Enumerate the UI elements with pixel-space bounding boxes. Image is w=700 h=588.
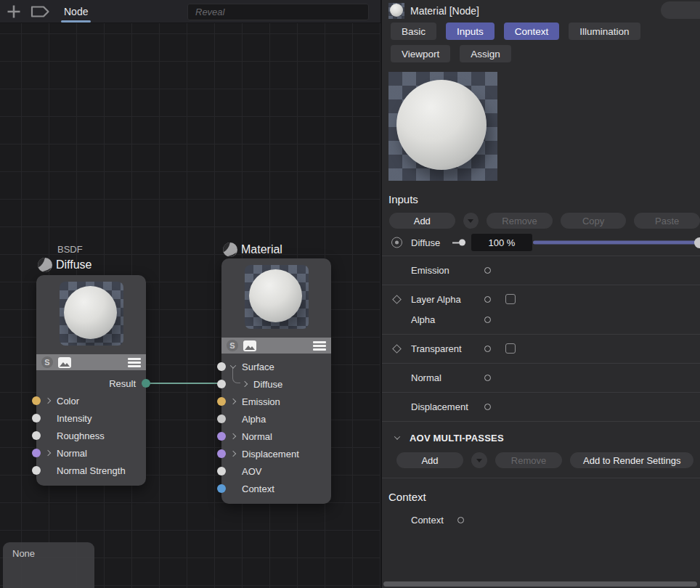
paste-button[interactable]: Paste (634, 213, 700, 229)
bsdf-node-caption: BSDF Diffuse (36, 243, 92, 274)
preview-image-icon[interactable] (243, 340, 256, 351)
input-port-dot[interactable] (32, 414, 41, 422)
alpha-label: Alpha (411, 314, 435, 325)
node-editor-canvas[interactable]: Node BSDF Diffuse S (0, 0, 380, 588)
hamburger-menu-icon[interactable] (313, 341, 326, 351)
tab-viewport[interactable]: Viewport (391, 45, 450, 62)
horizontal-scrollbar[interactable] (383, 581, 697, 587)
port-circle-icon[interactable] (484, 404, 491, 410)
port-circle-icon[interactable] (484, 267, 491, 274)
solo-icon[interactable]: S (41, 356, 53, 368)
tab-illumination[interactable]: Illumination (569, 23, 640, 40)
input-port-dot[interactable] (217, 397, 226, 406)
tab-inputs[interactable]: Inputs (446, 23, 495, 40)
tab-assign[interactable]: Assign (460, 45, 511, 62)
chevron-right-icon[interactable] (230, 399, 236, 404)
port-circle-icon[interactable] (484, 317, 491, 323)
panel-header: Material [Node] (382, 0, 700, 20)
chevron-right-icon[interactable] (242, 381, 248, 387)
port-label: Surface (242, 362, 274, 372)
connection-wire[interactable] (147, 383, 223, 384)
inputs-section-heading: Inputs (382, 190, 700, 208)
input-port-dot[interactable] (217, 362, 226, 371)
material-preview-image (388, 72, 497, 181)
chevron-right-icon[interactable] (45, 450, 51, 456)
tag-shape-icon[interactable] (29, 4, 51, 20)
chevron-right-icon[interactable] (230, 433, 236, 439)
aov-button-row: Add Remove Add to Render Settings (382, 452, 700, 478)
port-circle-icon[interactable] (484, 346, 491, 352)
tab-node[interactable]: Node (61, 0, 91, 23)
add-node-icon[interactable] (6, 4, 22, 20)
normal-row: Normal (382, 367, 700, 388)
slider-handle[interactable] (694, 237, 700, 248)
input-port-dot[interactable] (217, 484, 226, 493)
port-label: Normal (57, 448, 87, 459)
port-label: Emission (242, 396, 280, 407)
chevron-right-icon[interactable] (230, 451, 236, 457)
solo-icon[interactable]: S (227, 340, 238, 351)
material-node-title[interactable]: Material (241, 243, 282, 256)
port-row-normal: Normal (221, 428, 331, 445)
layer-alpha-label: Layer Alpha (411, 294, 461, 305)
input-port-dot[interactable] (32, 431, 41, 440)
hamburger-menu-icon[interactable] (128, 358, 141, 367)
alpha-row: Alpha (382, 309, 700, 330)
port-row-normal: Normal (36, 444, 146, 462)
emission-row: Emission (382, 260, 700, 280)
aov-add-button[interactable]: Add (396, 452, 463, 468)
bsdf-diffuse-node[interactable]: S Result Color Intensity (36, 275, 146, 486)
node-sphere-icon (36, 256, 54, 274)
add-to-render-settings-button[interactable]: Add to Render Settings (570, 452, 693, 468)
chevron-down-icon (394, 433, 400, 439)
chevron-right-icon[interactable] (45, 398, 51, 404)
input-port-dot[interactable] (217, 467, 226, 475)
port-circle-icon[interactable] (457, 517, 464, 523)
bsdf-ports: Result Color Intensity Roughness (36, 370, 146, 485)
diffuse-input-row: Diffuse 100 % (382, 229, 700, 256)
material-ports: Surface Diffuse Emission Alpha (221, 354, 331, 503)
alpha-group: Layer Alpha Alpha (382, 285, 700, 335)
remove-button[interactable]: Remove (487, 213, 553, 229)
transparent-checkbox[interactable] (505, 343, 516, 354)
input-port-dot-connected[interactable] (217, 380, 226, 388)
copy-button[interactable]: Copy (561, 213, 627, 229)
port-circle-icon[interactable] (484, 375, 491, 381)
aov-remove-button[interactable]: Remove (495, 452, 562, 468)
port-row-aov: AOV (221, 462, 331, 480)
connected-port-icon[interactable] (452, 240, 465, 246)
diffuse-slider[interactable] (533, 241, 700, 245)
diamond-icon[interactable] (392, 344, 402, 354)
input-port-dot[interactable] (32, 449, 41, 457)
eye-visibility-icon[interactable] (391, 237, 402, 248)
input-port-dot[interactable] (217, 415, 226, 423)
diffuse-value-field[interactable]: 100 % (471, 234, 532, 251)
port-circle-icon[interactable] (484, 296, 491, 303)
diffuse-label: Diffuse (411, 237, 440, 248)
bsdf-node-bar: S (36, 354, 146, 370)
reveal-search-input[interactable] (187, 4, 369, 20)
material-node-preview (245, 265, 309, 329)
bsdf-node-title[interactable]: Diffuse (56, 258, 92, 271)
preview-image-icon[interactable] (58, 357, 71, 368)
bsdf-node-preview (60, 282, 123, 346)
layer-alpha-checkbox[interactable] (505, 294, 516, 304)
aov-section-header[interactable]: AOV MULTI-PASSES (382, 428, 700, 447)
output-port-dot[interactable] (142, 379, 150, 388)
port-row-roughness: Roughness (36, 427, 146, 444)
add-button[interactable]: Add (389, 213, 455, 229)
diamond-icon[interactable] (392, 295, 402, 304)
material-node[interactable]: S Surface Diffuse (221, 258, 331, 504)
input-port-dot[interactable] (32, 396, 41, 405)
input-port-dot[interactable] (32, 466, 41, 475)
aov-add-dropdown-arrow-button[interactable] (471, 452, 487, 468)
transparent-label: Transparent (411, 343, 462, 354)
tab-basic[interactable]: Basic (391, 23, 436, 40)
panel-corner-button[interactable] (661, 1, 700, 19)
port-label: Normal (242, 431, 272, 442)
chevron-down-icon[interactable] (230, 362, 236, 368)
input-port-dot[interactable] (217, 449, 226, 458)
tab-context[interactable]: Context (504, 23, 560, 40)
input-port-dot[interactable] (217, 432, 226, 441)
add-dropdown-arrow-button[interactable] (463, 213, 479, 229)
